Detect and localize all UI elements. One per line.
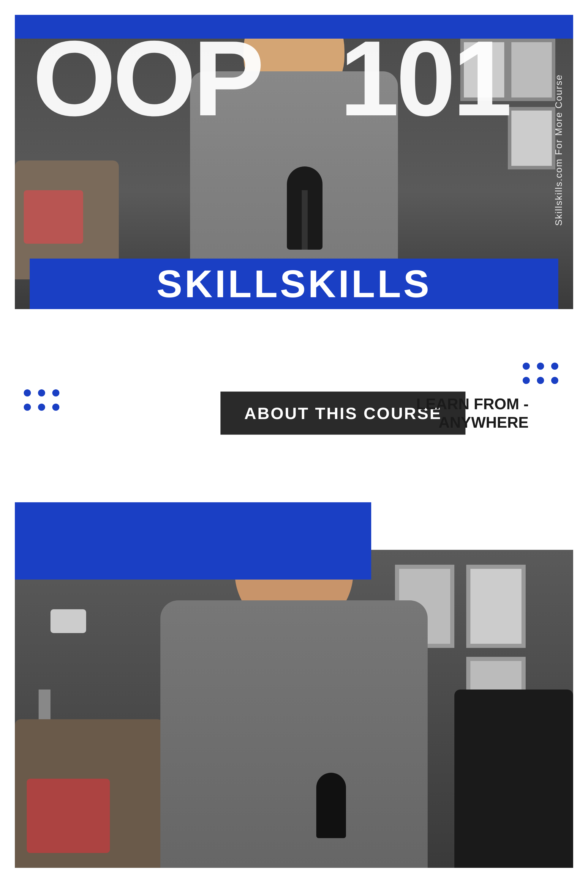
hero-brand-bar: SKILLSKILLS (30, 259, 558, 309)
dot-3 (52, 390, 59, 397)
wall-frame-2 (508, 39, 555, 101)
mic-stand (302, 190, 308, 250)
learn-text-line1: LEARN FROM - (416, 395, 529, 413)
wall-frame-3 (508, 107, 555, 169)
dot-1 (24, 390, 31, 397)
dot-6 (52, 404, 59, 411)
learn-text: LEARN FROM - ANYWHERE (416, 395, 529, 432)
dot-grid-right (523, 363, 558, 384)
course-title-part2: 101 (340, 18, 509, 138)
dot-r3 (551, 363, 558, 370)
bottom-blue-block (15, 502, 371, 579)
middle-section: ABOUT THIS COURSE LEARN FROM - ANYWHERE (0, 324, 588, 502)
dot-5 (38, 404, 45, 411)
dot-r4 (523, 377, 530, 384)
hero-section: OOP 101 Skillskills.com For More Course … (15, 15, 573, 309)
bottom-couch-cushion (27, 779, 110, 853)
dot-2 (38, 390, 45, 397)
dot-r6 (551, 377, 558, 384)
course-title-part1: OOP (33, 18, 260, 138)
dot-r1 (523, 363, 530, 370)
bottom-wall-frame-2 (466, 565, 526, 648)
bottom-video-frame (15, 550, 573, 868)
microphone (287, 167, 322, 250)
brand-name: SKILLSKILLS (156, 262, 432, 306)
bottom-section (15, 502, 573, 868)
dot-grid-right-grid (523, 363, 558, 384)
couch-cushion (24, 190, 83, 244)
bottom-lamp-head (51, 609, 86, 633)
bottom-couch (15, 719, 164, 868)
dot-r5 (537, 377, 544, 384)
learn-text-line2: ANYWHERE (416, 413, 529, 432)
dot-grid-left (24, 390, 59, 411)
dot-grid-left-grid (24, 390, 59, 411)
bottom-presenter-body (160, 600, 428, 868)
bottom-equipment (454, 689, 573, 868)
dot-r2 (537, 363, 544, 370)
dot-4 (24, 404, 31, 411)
course-title: OOP 101 (33, 33, 509, 123)
bottom-microphone (316, 773, 346, 838)
website-vertical-text: Skillskills.com For More Course (553, 74, 564, 226)
